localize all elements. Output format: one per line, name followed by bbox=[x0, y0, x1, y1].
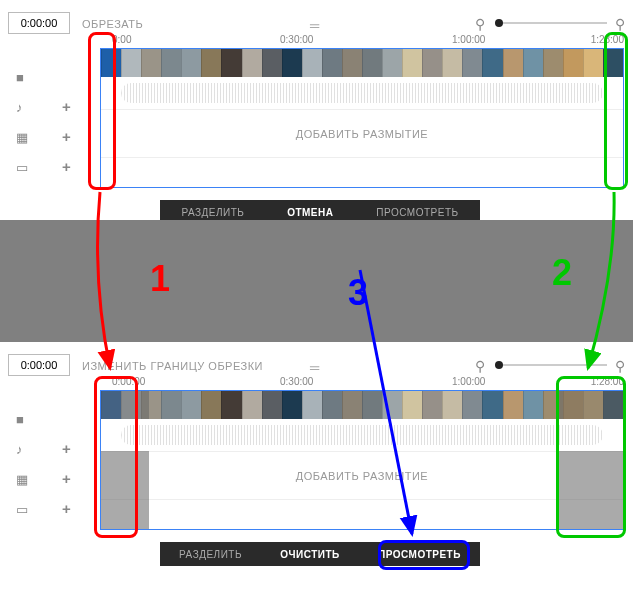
editor-panel-after: 0:00:00 ИЗМЕНИТЬ ГРАНИЦУ ОБРЕЗКИ ═ ⚲ ⚲ ■… bbox=[0, 342, 633, 562]
ruler-tick: 1:00:00 bbox=[452, 34, 485, 45]
time-display[interactable]: 0:00:00 bbox=[8, 12, 70, 34]
zoom-in-icon[interactable]: ⚲ bbox=[615, 16, 625, 32]
video-icon: ■ bbox=[16, 412, 24, 427]
track-sidebar: ■ ♪+ ▦+ ▭+ bbox=[0, 32, 84, 182]
separator-band bbox=[0, 220, 633, 342]
blur-icon: ▦ bbox=[16, 472, 28, 487]
ruler-tick: 1:28:00 bbox=[591, 376, 624, 387]
ruler-tick: 0:00 bbox=[112, 34, 131, 45]
video-icon: ■ bbox=[16, 70, 24, 85]
add-text-button[interactable]: + bbox=[62, 500, 71, 517]
panel-title: ОБРЕЗАТЬ bbox=[82, 18, 143, 30]
split-button[interactable]: РАЗДЕЛИТЬ bbox=[179, 549, 242, 560]
preview-button[interactable]: ПРОСМОТРЕТЬ bbox=[376, 207, 458, 218]
ruler-tick: 0:00:00 bbox=[112, 376, 145, 387]
trim-region-left[interactable] bbox=[101, 391, 149, 529]
audio-track[interactable] bbox=[101, 77, 623, 109]
text-track[interactable] bbox=[101, 157, 623, 187]
drag-handle-icon[interactable]: ═ bbox=[310, 18, 319, 33]
timeline-tracks[interactable]: ДОБАВИТЬ РАЗМЫТИЕ bbox=[100, 48, 624, 188]
zoom-in-icon[interactable]: ⚲ bbox=[615, 358, 625, 374]
video-track[interactable] bbox=[101, 391, 623, 419]
time-display[interactable]: 0:00:00 bbox=[8, 354, 70, 376]
blur-track[interactable]: ДОБАВИТЬ РАЗМЫТИЕ bbox=[101, 109, 623, 157]
text-track[interactable] bbox=[101, 499, 623, 529]
drag-handle-icon[interactable]: ═ bbox=[310, 360, 319, 375]
editor-panel-before: 0:00:00 ОБРЕЗАТЬ ═ ⚲ ⚲ ■ ♪+ ▦+ ▭+ 0:00 0… bbox=[0, 0, 633, 220]
ruler-tick: 0:30:00 bbox=[280, 376, 313, 387]
add-blur-button[interactable]: + bbox=[62, 128, 71, 145]
add-audio-button[interactable]: + bbox=[62, 98, 71, 115]
zoom-out-icon[interactable]: ⚲ bbox=[475, 16, 485, 32]
ruler-tick: 1:00:00 bbox=[452, 376, 485, 387]
video-track[interactable] bbox=[101, 49, 623, 77]
zoom-slider-thumb[interactable] bbox=[495, 19, 503, 27]
add-blur-button[interactable]: + bbox=[62, 470, 71, 487]
add-text-button[interactable]: + bbox=[62, 158, 71, 175]
blur-icon: ▦ bbox=[16, 130, 28, 145]
text-icon: ▭ bbox=[16, 160, 28, 175]
blur-track[interactable]: ДОБАВИТЬ РАЗМЫТИЕ bbox=[101, 451, 623, 499]
zoom-slider-thumb[interactable] bbox=[495, 361, 503, 369]
clear-button[interactable]: ОЧИСТИТЬ bbox=[280, 549, 340, 560]
timeline-tracks[interactable]: ДОБАВИТЬ РАЗМЫТИЕ bbox=[100, 390, 624, 530]
ruler-tick: 1:28:00 bbox=[591, 34, 624, 45]
zoom-out-icon[interactable]: ⚲ bbox=[475, 358, 485, 374]
zoom-slider[interactable] bbox=[495, 22, 607, 24]
waveform bbox=[121, 425, 603, 445]
audio-icon: ♪ bbox=[16, 442, 23, 457]
audio-icon: ♪ bbox=[16, 100, 23, 115]
cancel-button[interactable]: ОТМЕНА bbox=[287, 207, 333, 218]
panel-header: 0:00:00 ИЗМЕНИТЬ ГРАНИЦУ ОБРЕЗКИ ═ ⚲ ⚲ bbox=[0, 350, 633, 374]
action-bar: РАЗДЕЛИТЬ ОЧИСТИТЬ ПРОСМОТРЕТЬ bbox=[160, 542, 480, 566]
track-sidebar: ■ ♪+ ▦+ ▭+ bbox=[0, 374, 84, 524]
time-ruler[interactable]: 0:00:00 0:30:00 1:00:00 1:28:00 bbox=[100, 376, 624, 390]
split-button[interactable]: РАЗДЕЛИТЬ bbox=[181, 207, 244, 218]
audio-track[interactable] bbox=[101, 419, 623, 451]
add-audio-button[interactable]: + bbox=[62, 440, 71, 457]
trim-region-right[interactable] bbox=[558, 391, 623, 529]
preview-button[interactable]: ПРОСМОТРЕТЬ bbox=[378, 549, 461, 560]
panel-title: ИЗМЕНИТЬ ГРАНИЦУ ОБРЕЗКИ bbox=[82, 360, 263, 372]
text-icon: ▭ bbox=[16, 502, 28, 517]
time-ruler[interactable]: 0:00 0:30:00 1:00:00 1:28:00 bbox=[100, 34, 624, 48]
panel-header: 0:00:00 ОБРЕЗАТЬ ═ ⚲ ⚲ bbox=[0, 8, 633, 32]
waveform bbox=[121, 83, 603, 103]
ruler-tick: 0:30:00 bbox=[280, 34, 313, 45]
zoom-slider[interactable] bbox=[495, 364, 607, 366]
